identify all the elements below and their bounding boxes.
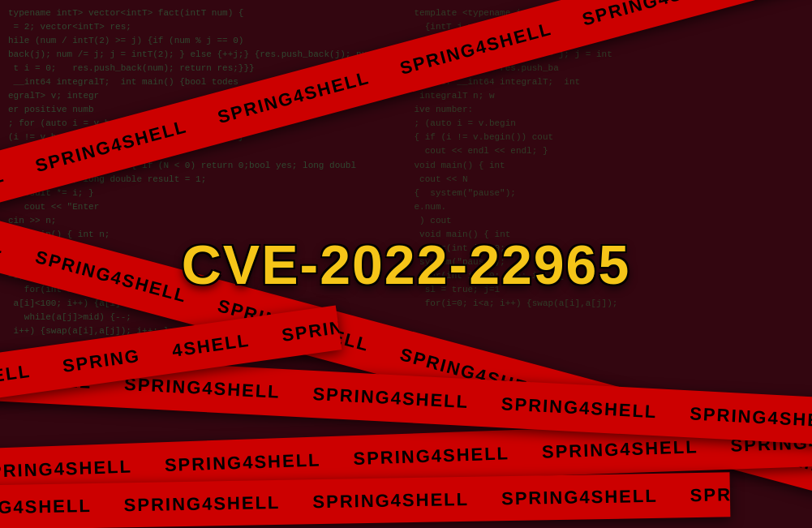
cve-title: CVE-2022-22965 (182, 233, 630, 296)
